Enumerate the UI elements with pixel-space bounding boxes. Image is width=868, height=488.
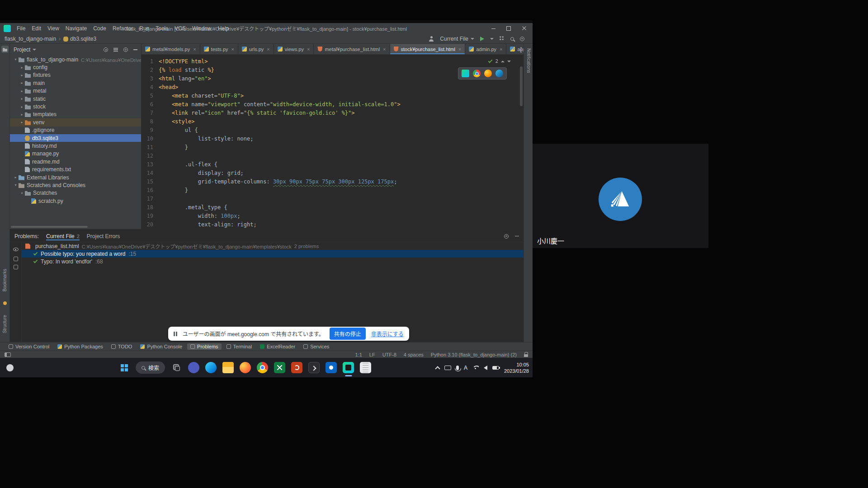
teams-taskbar-icon[interactable] <box>188 362 199 373</box>
tab-admin-py[interactable]: admin.py× <box>465 44 506 54</box>
tree-item-stock[interactable]: ▸stock <box>10 103 141 110</box>
close-tab-icon[interactable]: × <box>458 47 461 52</box>
project-options-gear-icon[interactable] <box>123 47 128 52</box>
tab-stock-purchase-list-html[interactable]: stock¥purchase_list.html× <box>390 44 466 54</box>
tree-item-history-md[interactable]: history.md <box>10 142 141 150</box>
status-item-1-1[interactable]: 1:1 <box>355 352 362 357</box>
microphone-icon[interactable] <box>456 366 459 370</box>
taskbar-search[interactable]: 検索 <box>136 361 165 374</box>
widgets-icon[interactable] <box>6 364 14 371</box>
tree-item-venv[interactable]: ▸venv <box>10 118 141 126</box>
project-horizontal-scrollbar[interactable] <box>11 226 88 228</box>
project-panel-title[interactable]: Project <box>14 47 30 53</box>
participant-tile[interactable]: 小川慶一 <box>533 144 708 248</box>
problem-row[interactable]: Typo: In word 'endfor':68 <box>22 258 524 265</box>
task-view-taskbar-icon[interactable] <box>171 362 182 373</box>
tree-item-templates[interactable]: ▸templates <box>10 111 141 118</box>
toolwindow-version-control[interactable]: Version Control <box>5 343 52 350</box>
close-tab-icon[interactable]: × <box>231 47 234 52</box>
menu-item-tools[interactable]: Tools <box>152 23 171 34</box>
close-tab-icon[interactable]: × <box>383 47 386 52</box>
tab-views-py[interactable]: views.py× <box>274 44 314 54</box>
layout-toggle-icon[interactable] <box>5 352 11 357</box>
tree-item-requirements-txt[interactable]: requirements.txt <box>10 165 141 173</box>
file-explorer-taskbar-icon[interactable] <box>222 362 234 373</box>
tree-item-static[interactable]: ▸static <box>10 95 141 103</box>
menu-item-refactor[interactable]: Refactor <box>109 23 136 34</box>
user-profile-icon[interactable] <box>429 36 434 42</box>
problem-row[interactable]: Possible typo: you repeated a word:15 <box>22 250 524 258</box>
status-item-utf-8[interactable]: UTF-8 <box>382 352 396 357</box>
menu-item-help[interactable]: Help <box>215 23 232 34</box>
close-tab-icon[interactable]: × <box>307 47 310 52</box>
menu-item-view[interactable]: View <box>44 23 62 34</box>
toolwindow-excelreader[interactable]: ExcelReader <box>257 343 298 350</box>
pycharm-taskbar-icon[interactable] <box>343 362 354 373</box>
menu-item-window[interactable]: Window <box>189 23 215 34</box>
menu-item-edit[interactable]: Edit <box>28 23 44 34</box>
notifications-stripe-label[interactable]: Notifications <box>526 48 531 73</box>
run-config-selector[interactable]: Current File <box>440 36 474 42</box>
status-item-4-spaces[interactable]: 4 spaces <box>404 352 424 357</box>
toolwindow-terminal[interactable]: Terminal <box>223 343 255 350</box>
bookmark-dot-icon[interactable] <box>3 301 7 305</box>
pycharm-browser-icon[interactable] <box>462 70 469 77</box>
tree-item-readme-md[interactable]: readme.md <box>10 158 141 165</box>
minimize-icon[interactable] <box>486 23 501 34</box>
tree-item-fixtures[interactable]: ▸fixtures <box>10 71 141 79</box>
toolwindow-python-packages[interactable]: Python Packages <box>54 343 106 350</box>
tree-item-db3-sqlite3[interactable]: db3.sqlite3 <box>10 134 141 142</box>
start-button[interactable] <box>118 362 130 373</box>
tree-item-metal[interactable]: ▸metal <box>10 87 141 95</box>
tab-metal-models-py[interactable]: metal¥models.py× <box>142 44 200 54</box>
menu-item-run[interactable]: Run <box>136 23 152 34</box>
tab-metal-purchase-list-html[interactable]: metal¥purchase_list.html× <box>314 44 390 54</box>
close-tab-icon[interactable]: × <box>267 47 269 52</box>
problems-options-gear-icon[interactable] <box>504 234 509 239</box>
toolwindow-todo[interactable]: TODO <box>108 343 136 350</box>
tool-windows-icon[interactable] <box>500 36 505 41</box>
edge-browser-icon[interactable] <box>495 70 503 77</box>
next-problem-icon[interactable] <box>507 61 511 62</box>
hide-banner-button[interactable]: 非表示にする <box>371 330 404 338</box>
toolwindow-python-console[interactable]: Python Console <box>137 343 185 350</box>
locate-file-icon[interactable] <box>104 47 108 52</box>
powerpoint-taskbar-icon[interactable] <box>291 362 302 373</box>
tab-more-kebab-icon[interactable] <box>520 44 522 55</box>
expand-all-icon[interactable] <box>113 48 118 52</box>
run-button[interactable] <box>480 37 484 41</box>
problems-hide-icon[interactable] <box>515 236 519 236</box>
wifi-icon[interactable] <box>472 366 479 370</box>
structure-stripe-label[interactable]: Structure <box>2 315 7 333</box>
tree-item-gitignore[interactable]: .gitignore <box>10 127 141 134</box>
battery-icon[interactable] <box>492 366 499 370</box>
more-actions-icon[interactable] <box>490 38 494 40</box>
terminal-taskbar-icon[interactable] <box>308 362 320 373</box>
tab-project-errors[interactable]: Project Errors <box>87 233 120 239</box>
taskbar-clock[interactable]: 10:05 2023/01/28 <box>504 361 529 374</box>
tree-item-scratches[interactable]: ▾Scratches <box>10 189 141 197</box>
toolwindow-services[interactable]: Services <box>300 343 332 350</box>
breadcrumb-project[interactable]: flask_to_django-main <box>5 36 56 42</box>
maximize-icon[interactable] <box>501 23 516 34</box>
close-tab-icon[interactable]: × <box>500 47 502 52</box>
stop-sharing-button[interactable]: 共有の停止 <box>330 328 366 340</box>
tree-item-scratches-and-consoles[interactable]: ▾Scratches and Consoles <box>10 181 141 189</box>
tree-item-config[interactable]: ▸config <box>10 63 141 71</box>
search-icon[interactable] <box>510 37 514 41</box>
hide-panel-icon[interactable] <box>133 49 137 50</box>
project-view-chevron-icon[interactable] <box>33 49 36 51</box>
prev-problem-icon[interactable] <box>501 61 505 62</box>
firefox-taskbar-icon[interactable] <box>240 362 251 373</box>
menu-item-code[interactable]: Code <box>90 23 109 34</box>
menu-item-navigate[interactable]: Navigate <box>62 23 90 34</box>
tray-chevron-up-icon[interactable] <box>435 366 440 371</box>
chrome-taskbar-icon[interactable] <box>257 362 268 373</box>
volume-icon[interactable] <box>484 366 487 370</box>
collapse-nodes-icon[interactable] <box>14 265 18 269</box>
tree-item-main[interactable]: ▸main <box>10 79 141 87</box>
editor-scrollbar[interactable] <box>520 66 523 106</box>
close-icon[interactable] <box>516 23 532 34</box>
project-tool-icon[interactable] <box>1 46 9 53</box>
tree-item-scratch-py[interactable]: scratch.py <box>10 197 141 205</box>
